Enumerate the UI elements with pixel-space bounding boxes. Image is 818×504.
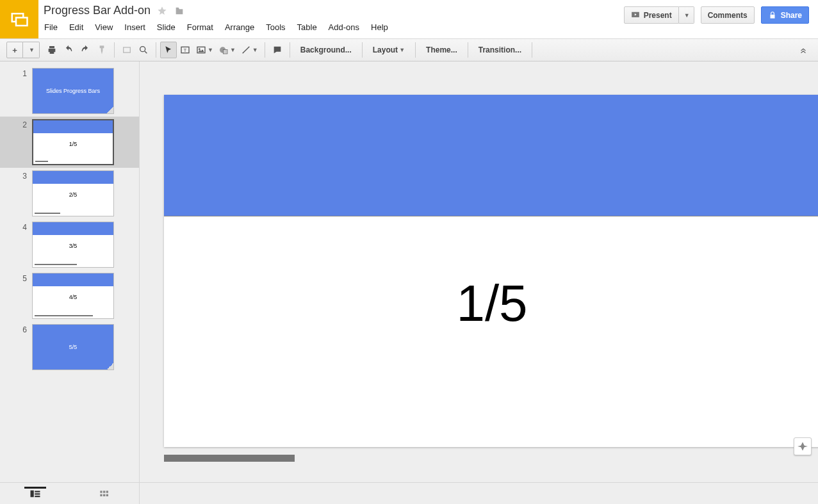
play-icon [631, 11, 640, 20]
thumbnail-preview: 4/5 [32, 273, 114, 319]
svg-rect-1 [16, 18, 28, 26]
toolbar: + ▼ T ▼ ▼ ▼ Background... Layout ▼ Theme… [0, 38, 818, 61]
current-slide[interactable]: 1/5 [164, 95, 818, 447]
thumbnail-preview: 2/5 [32, 170, 114, 216]
menu-arrange[interactable]: Arrange [225, 22, 254, 32]
star-icon[interactable] [157, 6, 167, 16]
svg-rect-3 [770, 14, 774, 18]
share-button[interactable]: Share [761, 6, 809, 24]
undo-button[interactable] [60, 42, 77, 58]
menu-slide[interactable]: Slide [157, 22, 176, 32]
menu-help[interactable]: Help [371, 22, 388, 32]
explore-button[interactable] [794, 437, 812, 455]
line-tool[interactable]: ▼ [238, 42, 261, 58]
new-slide-dropdown[interactable]: ▼ [23, 42, 40, 58]
thumbnail-3[interactable]: 32/5 [0, 168, 139, 219]
menu-addons[interactable]: Add-ons [329, 22, 359, 32]
new-slide-button[interactable]: + [6, 42, 23, 58]
menu-insert[interactable]: Insert [124, 22, 145, 32]
present-label: Present [644, 11, 672, 20]
transition-button[interactable]: Transition... [472, 42, 528, 58]
thumbnail-5[interactable]: 54/5 [0, 270, 139, 321]
canvas: 1/5 [140, 61, 818, 482]
svg-rect-15 [35, 496, 40, 497]
print-button[interactable] [44, 42, 60, 58]
slides-logo[interactable] [0, 0, 38, 38]
paint-format-button[interactable] [94, 42, 110, 58]
thumbnail-number: 5 [0, 273, 32, 283]
thumbnail-2[interactable]: 21/5 [0, 117, 139, 168]
slide-header-band [164, 95, 818, 216]
comments-button[interactable]: Comments [701, 6, 755, 24]
filmstrip-view-button[interactable] [24, 487, 46, 501]
share-label: Share [781, 11, 802, 20]
svg-point-5 [140, 47, 145, 52]
svg-point-9 [199, 48, 200, 50]
menu-tools[interactable]: Tools [266, 22, 285, 32]
lock-icon [768, 11, 777, 20]
svg-rect-11 [223, 49, 227, 54]
collapse-toolbar[interactable] [795, 42, 812, 58]
present-dropdown[interactable]: ▼ [679, 6, 694, 24]
svg-rect-14 [35, 493, 40, 494]
menu-edit[interactable]: Edit [69, 22, 83, 32]
menu-file[interactable]: File [44, 22, 58, 32]
present-button-group: Present ▼ [624, 6, 694, 24]
footer [0, 482, 818, 504]
svg-rect-12 [30, 490, 33, 497]
slide-panel: 1Slides Progress Bars21/532/543/554/565/… [0, 61, 140, 482]
slide-text: 1/5 [164, 274, 818, 333]
slide-progress-bar [164, 455, 295, 462]
background-button[interactable]: Background... [294, 42, 358, 58]
thumbnail-1[interactable]: 1Slides Progress Bars [0, 65, 139, 117]
redo-button[interactable] [77, 42, 94, 58]
folder-icon[interactable] [174, 6, 185, 16]
doc-title[interactable]: Progress Bar Add-on [44, 4, 151, 17]
layout-button[interactable]: Layout ▼ [366, 42, 411, 58]
image-tool[interactable]: ▼ [193, 42, 216, 58]
thumbnail-6[interactable]: 65/5 [0, 321, 139, 373]
svg-rect-13 [35, 491, 40, 492]
svg-rect-20 [103, 494, 105, 496]
svg-rect-19 [101, 494, 102, 496]
select-tool[interactable] [160, 42, 177, 58]
thumbnail-number: 3 [0, 170, 32, 181]
thumbnail-preview: 1/5 [32, 119, 114, 165]
svg-rect-16 [101, 491, 102, 492]
thumbnail-preview: 5/5 [32, 324, 114, 370]
header: Progress Bar Add-on File Edit View Inser… [0, 0, 818, 38]
grid-view-button[interactable] [94, 487, 115, 501]
svg-rect-21 [106, 494, 108, 496]
thumbnail-number: 2 [0, 119, 32, 129]
shape-tool[interactable]: ▼ [216, 42, 238, 58]
svg-rect-18 [106, 491, 108, 492]
svg-rect-17 [103, 491, 105, 492]
thumbnail-preview: Slides Progress Bars [32, 68, 114, 114]
menu-view[interactable]: View [95, 22, 113, 32]
thumbnail-preview: 3/5 [32, 222, 114, 268]
thumbnail-number: 4 [0, 222, 32, 232]
thumbnail-number: 1 [0, 68, 32, 78]
menu-table[interactable]: Table [297, 22, 317, 32]
menubar: File Edit View Insert Slide Format Arran… [44, 17, 624, 32]
present-button[interactable]: Present [624, 6, 679, 24]
comment-tool[interactable] [269, 42, 286, 58]
svg-rect-4 [124, 47, 131, 53]
thumbnail-number: 6 [0, 324, 32, 334]
textbox-tool[interactable]: T [177, 42, 193, 58]
thumbnail-4[interactable]: 43/5 [0, 219, 139, 270]
theme-button[interactable]: Theme... [420, 42, 464, 58]
zoom-button[interactable] [135, 42, 152, 58]
menu-format[interactable]: Format [187, 22, 213, 32]
fit-button[interactable] [119, 42, 135, 58]
svg-text:T: T [184, 47, 187, 53]
